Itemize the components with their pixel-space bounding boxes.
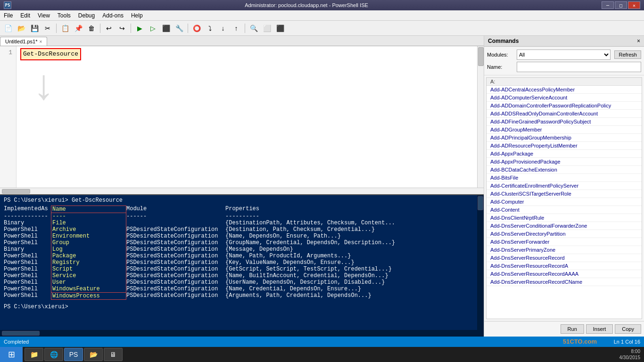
cmd-item[interactable]: Add-ADComputerServiceAccount bbox=[487, 94, 642, 102]
cmd-item[interactable]: Add-DnsServerPrimaryZone bbox=[487, 246, 642, 254]
commands-filter: Modules: All Refresh Name: bbox=[484, 47, 644, 75]
cmd-item[interactable]: Add-DnsServerConditionalForwarderZone bbox=[487, 222, 642, 230]
editor-vscrollbar-thumb[interactable] bbox=[478, 47, 484, 66]
cmd-item[interactable]: Add-CertificateEnrollmentPolicyServer bbox=[487, 182, 642, 190]
run-button[interactable]: Run bbox=[561, 324, 584, 334]
table-row: PowerShell WindowsProcess PSDesiredState… bbox=[4, 292, 480, 300]
toolbar-cut[interactable]: ✂ bbox=[41, 23, 54, 34]
terminal-vscrollbar-thumb[interactable] bbox=[478, 196, 483, 210]
commands-footer: Run Insert Copy bbox=[484, 321, 644, 337]
toolbar-open[interactable]: 📂 bbox=[15, 23, 27, 34]
terminal-vscrollbar[interactable] bbox=[477, 195, 484, 337]
restore-button[interactable]: □ bbox=[615, 1, 627, 9]
cmd-item[interactable]: Add-ADFineGrainedPasswordPolicySubject bbox=[487, 118, 642, 126]
taskbar-powershell[interactable]: PS bbox=[64, 348, 83, 361]
status-right: Ln 1 Col 16 bbox=[614, 339, 640, 345]
cmd-item[interactable]: Add-DnsServerResourceRecordCName bbox=[487, 278, 642, 286]
menu-tools[interactable]: Tools bbox=[54, 10, 74, 20]
modules-filter-row: Modules: All Refresh bbox=[487, 49, 641, 60]
code-area[interactable]: Get-DscResource bbox=[17, 46, 484, 188]
commands-panel: Commands × Modules: All Refresh Name: A:… bbox=[484, 36, 644, 337]
cmd-item[interactable]: Add-ADDomainControllerPasswordReplicatio… bbox=[487, 102, 642, 110]
editor-area: Untitled1.ps1* × ↓ 1 Get-DscResource bbox=[0, 36, 484, 337]
terminal-content: PS C:\Users\xierui> Get-DscResource Impl… bbox=[0, 195, 484, 337]
term-header-name: Name bbox=[51, 206, 126, 213]
cmd-item[interactable]: Add-ADCentralAccessPolicyMember bbox=[487, 86, 642, 94]
cmd-item[interactable]: Add-DnsClientNrptRule bbox=[487, 214, 642, 222]
cmd-item[interactable]: Add-DnsServerForwarder bbox=[487, 238, 642, 246]
term-prompt-1: PS C:\Users\xierui> Get-DscResource bbox=[4, 197, 480, 204]
toolbar-clear[interactable]: 🗑 bbox=[85, 23, 98, 34]
taskbar-folder[interactable]: 📂 bbox=[84, 348, 103, 361]
cmd-item[interactable]: Add-DnsServerResourceRecordA bbox=[487, 262, 642, 270]
cmd-item[interactable]: Add-Computer bbox=[487, 198, 642, 206]
cmd-item[interactable]: Add-Content bbox=[487, 206, 642, 214]
toolbar-copy[interactable]: 📋 bbox=[59, 23, 71, 34]
cursor-position: Ln 1 Col 16 bbox=[614, 339, 640, 345]
menu-file[interactable]: File bbox=[0, 10, 17, 20]
minimize-button[interactable]: ─ bbox=[602, 1, 614, 9]
toolbar-step-over[interactable]: ⤵ bbox=[204, 23, 216, 34]
toolbar-save[interactable]: 💾 bbox=[28, 23, 41, 34]
tab-label: Untitled1.ps1* bbox=[5, 39, 38, 44]
script-tab[interactable]: Untitled1.ps1* × bbox=[0, 37, 47, 46]
toolbar-layout[interactable]: ⬜ bbox=[261, 23, 273, 34]
menu-edit[interactable]: Edit bbox=[17, 10, 34, 20]
toolbar-stop[interactable]: ⬛ bbox=[160, 23, 172, 34]
cmd-item[interactable]: Add-ClusteriSCSITargetServerRole bbox=[487, 190, 642, 198]
toolbar-zoom[interactable]: 🔍 bbox=[248, 23, 260, 34]
script-editor: ↓ 1 Get-DscResource bbox=[0, 46, 484, 188]
terminal-area: PS C:\Users\xierui> Get-DscResource Impl… bbox=[0, 194, 484, 337]
cmd-item[interactable]: Add-ADGroupMember bbox=[487, 126, 642, 134]
toolbar-run[interactable]: ▶ bbox=[133, 23, 146, 34]
cmd-item[interactable]: Add-DnsServerResourceRecord bbox=[487, 254, 642, 262]
terminal-hscrollbar[interactable] bbox=[0, 330, 477, 337]
cmd-item[interactable]: Add-BitsFile bbox=[487, 174, 642, 182]
editor-hscrollbar-thumb[interactable] bbox=[2, 189, 30, 194]
insert-button[interactable]: Insert bbox=[586, 324, 613, 334]
cmd-item[interactable]: Add-DnsServerResourceRecordAAAA bbox=[487, 270, 642, 278]
toolbar-run-selection[interactable]: ▷ bbox=[147, 23, 159, 34]
toolbar: 📄 📂 💾 ✂ 📋 📌 🗑 ↩ ↪ ▶ ▷ ⬛ 🔧 ⭕ ⤵ ↓ ↑ 🔍 ⬜ ⬛ bbox=[0, 21, 644, 36]
toolbar-new[interactable]: 📄 bbox=[2, 23, 14, 34]
close-button[interactable]: ✕ bbox=[628, 1, 640, 9]
table-row: PowerShell User PSDesiredStateConfigurat… bbox=[4, 279, 480, 286]
toolbar-breakpoint[interactable]: ⭕ bbox=[190, 23, 203, 34]
taskbar-ie[interactable]: 🌐 bbox=[44, 348, 63, 361]
menu-view[interactable]: View bbox=[34, 10, 54, 20]
cmd-item[interactable]: Add-AppxProvisionedPackage bbox=[487, 158, 642, 166]
line-number-1: 1 bbox=[4, 48, 12, 58]
taskbar-file-explorer[interactable]: 📁 bbox=[25, 348, 43, 361]
refresh-button[interactable]: Refresh bbox=[614, 50, 641, 59]
editor-vscrollbar[interactable] bbox=[477, 46, 484, 188]
taskbar-server[interactable]: 🖥 bbox=[104, 348, 123, 361]
toolbar-step-into[interactable]: ↓ bbox=[217, 23, 229, 34]
menu-help[interactable]: Help bbox=[127, 10, 147, 20]
toolbar-layout2[interactable]: ⬛ bbox=[274, 23, 286, 34]
commands-close-button[interactable]: × bbox=[637, 38, 640, 44]
menu-debug[interactable]: Debug bbox=[74, 10, 99, 20]
toolbar-step-out[interactable]: ↑ bbox=[230, 23, 242, 34]
tab-close-button[interactable]: × bbox=[40, 39, 42, 44]
cmd-item[interactable]: Add-BCDataCacheExtension bbox=[487, 166, 642, 174]
table-row: PowerShell Environment PSDesiredStateCon… bbox=[4, 233, 480, 239]
term-dash-3: ------ bbox=[126, 213, 225, 220]
cmd-item[interactable]: Add-ADPrincipalGroupMembership bbox=[487, 134, 642, 142]
toolbar-undo[interactable]: ↩ bbox=[103, 23, 115, 34]
toolbar-paste[interactable]: 📌 bbox=[72, 23, 84, 34]
cmd-item[interactable]: Add-ADDSReadOnlyDomainControllerAccount bbox=[487, 110, 642, 118]
toolbar-debug[interactable]: 🔧 bbox=[173, 23, 185, 34]
cmd-item[interactable]: Add-AppxPackage bbox=[487, 150, 642, 158]
modules-select[interactable]: All bbox=[517, 49, 611, 60]
command-text[interactable]: Get-DscResource bbox=[20, 48, 81, 60]
toolbar-redo[interactable]: ↪ bbox=[116, 23, 128, 34]
name-input[interactable] bbox=[517, 62, 641, 72]
terminal-hscrollbar-thumb[interactable] bbox=[2, 331, 40, 336]
copy-button[interactable]: Copy bbox=[615, 324, 641, 334]
term-header-row: ImplementedAs Name Module Properties bbox=[4, 206, 480, 213]
start-button[interactable]: ⊞ bbox=[0, 347, 23, 362]
editor-hscrollbar[interactable] bbox=[0, 188, 484, 194]
cmd-item[interactable]: Add-ADResourcePropertyListMember bbox=[487, 142, 642, 150]
cmd-item[interactable]: Add-DnsServerDirectoryPartition bbox=[487, 230, 642, 238]
menu-addons[interactable]: Add-ons bbox=[99, 10, 127, 20]
